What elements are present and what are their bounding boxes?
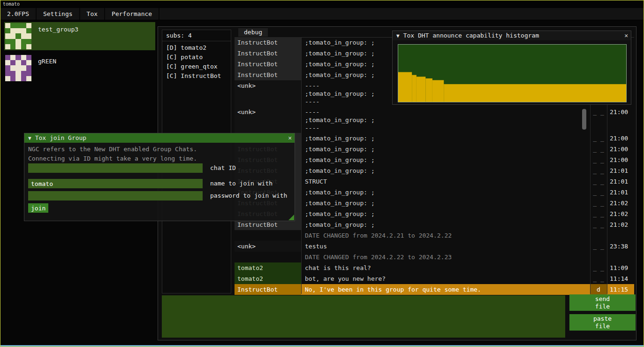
message-sender: tomato2	[235, 262, 301, 273]
message-flags: _ _	[590, 133, 607, 144]
message-text: ;tomato_in_group: ;	[301, 154, 590, 165]
message-row[interactable]: <unk>----;tomato_in_group: ;----_ _21:00	[235, 107, 634, 133]
date-separator-row: DATE CHANGED from 2024.2.21 to 2024.2.22	[235, 230, 634, 241]
message-time: 21:00	[607, 154, 634, 165]
menu-bar: 2.0FPS SettingsToxPerformance	[0, 8, 644, 20]
histogram-window-titlebar[interactable]: ▼Tox DHT announce capability histogram ✕	[393, 31, 631, 40]
subs-count: subs: 4	[162, 30, 231, 41]
group-name: test_group3	[38, 26, 78, 33]
histogram-bar	[398, 72, 412, 102]
window-bottom-border	[0, 345, 644, 347]
message-sender: tomato2	[235, 273, 301, 284]
close-icon[interactable]: ✕	[624, 31, 628, 40]
message-time: 11:09	[607, 262, 634, 273]
histogram-window-title: Tox DHT announce capability histogram	[403, 32, 539, 39]
join-name-input[interactable]	[28, 179, 203, 188]
message-time: 11:14	[607, 273, 634, 284]
message-sender: InstructBot	[235, 59, 301, 69]
message-text: ;tomato_in_group: ;	[301, 187, 590, 198]
message-sender: InstructBot	[235, 37, 301, 48]
histogram-bar	[444, 84, 626, 102]
message-time: 21:01	[607, 187, 634, 198]
histogram-plot	[398, 44, 627, 102]
join-field-row: chat ID	[28, 163, 291, 173]
message-flags: _ _	[590, 144, 607, 154]
message-row[interactable]: tomato2bot, are you new here?_ _11:14	[235, 273, 634, 284]
join-window-titlebar[interactable]: ▼Tox join Group ✕	[24, 133, 295, 143]
join-window-body: NGC refers to the New DHT enabled Group …	[24, 143, 295, 221]
message-row[interactable]: tomato2chat is this real?_ _11:09	[235, 262, 634, 273]
message-flags: _ _	[590, 187, 607, 198]
message-flags: _ _	[590, 273, 607, 284]
paste-file-button[interactable]: paste file	[569, 314, 636, 331]
window-title: tomato	[3, 1, 20, 7]
member-item[interactable]: [C] potato	[162, 53, 231, 62]
chat-id-label: chat ID	[210, 163, 236, 173]
app-window: tomato 2.0FPS SettingsToxPerformance tes…	[0, 0, 644, 347]
message-sender: InstructBot	[235, 48, 301, 59]
message-text: ----;tomato_in_group: ;----	[301, 107, 590, 133]
histogram-bar	[425, 78, 432, 102]
message-flags: d	[590, 284, 607, 295]
join-name-label: name to join with	[210, 179, 273, 188]
message-row[interactable]: InstructBotNo, I've been in this group f…	[235, 284, 634, 295]
group-item-gREEN[interactable]: gREEN	[4, 54, 155, 82]
message-time: 21:01	[607, 165, 634, 176]
group-name: gREEN	[38, 58, 56, 65]
window-titlebar[interactable]: tomato	[0, 0, 644, 8]
date-separator-row: DATE CHANGED from 2024.2.22 to 2024.2.23	[235, 252, 634, 262]
message-flags: _ _	[590, 219, 607, 230]
group-avatar	[5, 55, 31, 81]
column-separator[interactable]	[301, 37, 302, 294]
collapse-arrow-icon[interactable]: ▼	[28, 135, 31, 141]
message-input[interactable]	[162, 295, 565, 338]
join-password-label: password to join with	[210, 191, 287, 200]
join-info-line: Connecting via ID might take a very long…	[28, 155, 197, 162]
menu-items: SettingsToxPerformance	[37, 8, 159, 20]
join-password-input[interactable]	[28, 191, 203, 200]
message-text: chat is this real?	[301, 262, 590, 273]
histogram-bars	[398, 45, 626, 102]
join-group-window: ▼Tox join Group ✕ NGC refers to the New …	[24, 133, 295, 221]
member-item[interactable]: [C] InstructBot	[162, 71, 231, 81]
chat-id-input[interactable]	[28, 163, 203, 173]
send-file-button[interactable]: send file	[569, 294, 636, 311]
member-item[interactable]: [D] tomato2	[162, 43, 231, 53]
message-time: 21:00	[607, 133, 634, 144]
paste-file-label: paste file	[589, 315, 617, 330]
message-text: testus	[301, 241, 590, 252]
join-button[interactable]: join	[28, 203, 48, 213]
message-flags: _ _	[590, 154, 607, 165]
join-field-row: name to join with	[28, 179, 291, 188]
message-text: ;tomato_in_group: ;	[301, 144, 590, 154]
menu-item-performance[interactable]: Performance	[105, 8, 159, 20]
message-text: STRUCT	[301, 176, 590, 187]
message-time: 11:15	[607, 284, 634, 295]
member-item[interactable]: [C] green_qtox	[162, 62, 231, 71]
message-time: 23:38	[607, 241, 634, 252]
group-list: test_group3gREEN	[4, 22, 155, 86]
menu-item-tox[interactable]: Tox	[80, 8, 105, 20]
message-flags: _ _	[590, 208, 607, 219]
close-icon[interactable]: ✕	[288, 133, 292, 143]
collapse-arrow-icon[interactable]: ▼	[396, 33, 400, 39]
message-text: DATE CHANGED from 2024.2.22 to 2024.2.23	[301, 252, 590, 262]
message-flags: _ _	[590, 262, 607, 273]
message-sender: <unk>	[235, 107, 301, 133]
group-item-test_group3[interactable]: test_group3	[4, 22, 155, 50]
join-info-line: NGC refers to the New DHT enabled Group …	[28, 146, 197, 153]
message-flags: _ _	[590, 176, 607, 187]
message-sender: InstructBot	[235, 284, 301, 295]
message-text: ;tomato_in_group: ;	[301, 165, 590, 176]
messages-scrollbar-thumb[interactable]	[582, 109, 586, 130]
message-time: 21:02	[607, 198, 634, 208]
menu-item-settings[interactable]: Settings	[37, 8, 80, 20]
message-row[interactable]: <unk>testus_ _23:38	[235, 241, 634, 252]
message-time: 21:00	[607, 107, 634, 133]
message-text: ;tomato_in_group: ;	[301, 219, 590, 230]
histogram-bar	[432, 80, 444, 102]
tab-debug[interactable]: debug	[238, 28, 268, 37]
resize-grip-icon[interactable]	[288, 215, 294, 220]
message-time: 21:01	[607, 176, 634, 187]
message-sender: <unk>	[235, 80, 301, 107]
